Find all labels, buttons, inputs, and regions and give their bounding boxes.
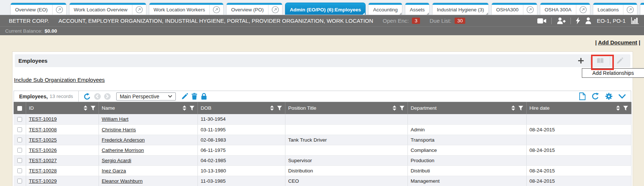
column-header[interactable]: DOB — [198, 102, 285, 114]
tab[interactable]: Locations — [593, 3, 638, 15]
column-header[interactable]: Name — [99, 102, 198, 114]
cell-position — [285, 145, 408, 155]
undo-button[interactable] — [83, 93, 91, 100]
cell-hire-date — [526, 135, 631, 145]
collapse-button[interactable] — [619, 94, 626, 99]
sort-icon[interactable] — [270, 105, 274, 111]
column-header[interactable]: Department — [408, 102, 526, 114]
tab[interactable]: Accounting — [368, 3, 402, 15]
person-icon[interactable] — [585, 17, 591, 24]
chevron-right-icon — [106, 94, 109, 98]
gear-icon — [605, 92, 613, 100]
sort-icon[interactable] — [616, 105, 620, 111]
tab-accent-strip — [227, 3, 282, 5]
filter-funnel-icon[interactable] — [90, 106, 96, 111]
include-sub-org-link[interactable]: Include Sub Organization Employees — [14, 77, 105, 83]
employee-name-link[interactable]: William Hart — [102, 116, 129, 122]
add-relationships-button[interactable] — [575, 57, 586, 64]
tab[interactable]: Overview (PO) — [226, 3, 282, 15]
column-header[interactable]: Hire date — [526, 102, 631, 114]
delete-perspective-button[interactable] — [191, 93, 198, 100]
row-checkbox[interactable] — [17, 179, 22, 183]
tab[interactable]: Work Location Workers — [149, 3, 224, 15]
cell-name: Inez Garza — [99, 165, 198, 176]
employee-name-link[interactable]: Sergio Acardi — [102, 158, 131, 163]
filter-funnel-icon[interactable] — [518, 106, 523, 111]
edit-button[interactable] — [614, 58, 625, 64]
row-select-cell — [14, 165, 26, 176]
settings-button[interactable] — [605, 92, 613, 100]
employee-id-link[interactable]: TEST-10026 — [29, 147, 57, 153]
employee-id-link[interactable]: TEST-10028 — [29, 168, 57, 174]
column-header[interactable]: Position Title — [285, 102, 408, 114]
tab-menu-fold-icon — [363, 12, 365, 15]
employee-name-link[interactable]: Frederick Anderson — [102, 137, 145, 143]
tab[interactable]: OSHA 300A — [540, 3, 590, 15]
employee-id-link[interactable]: TEST-10019 — [29, 116, 57, 122]
edit-perspective-button[interactable] — [181, 93, 188, 100]
perspective-select[interactable]: Main Perspective — [116, 92, 176, 101]
lightning-bolt-icon[interactable] — [576, 17, 580, 24]
row-checkbox[interactable] — [17, 127, 22, 132]
filter-funnel-icon[interactable] — [399, 106, 405, 111]
tab-menu-fold-icon — [427, 12, 429, 15]
panel-title: Employees — [18, 58, 47, 64]
lock-perspective-button[interactable] — [201, 93, 207, 100]
tab[interactable]: Work Location Overview — [69, 3, 146, 15]
perspective-selected-value: Main Perspective — [120, 94, 159, 99]
bar-chart-icon[interactable] — [631, 17, 639, 24]
due-list-status: Due List: 30 — [430, 18, 465, 24]
plus-icon — [577, 57, 584, 64]
cell-department: Admin — [408, 124, 526, 135]
tab[interactable]: OSHA300 — [491, 3, 537, 15]
column-header-icons — [616, 105, 628, 111]
filter-funnel-icon[interactable] — [623, 106, 628, 111]
tab-menu-fold-icon — [486, 12, 488, 15]
employee-name-link[interactable]: Christine Harris — [102, 127, 136, 132]
sort-icon[interactable] — [392, 105, 396, 111]
row-checkbox[interactable] — [17, 148, 22, 153]
tab[interactable]: Admin (EO/PO) (6):Employees — [285, 3, 366, 15]
row-checkbox[interactable] — [17, 158, 22, 163]
table-body: TEST-10019 William Hart 11-30-1954 TEST-… — [14, 114, 631, 186]
column-header[interactable]: ID — [26, 102, 99, 114]
refresh-button[interactable] — [591, 92, 599, 100]
video-camera-icon[interactable] — [537, 18, 547, 24]
divider — [570, 18, 571, 24]
org-bar-actions: EO-1, PO-1 — [537, 17, 639, 24]
tab[interactable]: Overview (EO) — [10, 3, 67, 15]
row-checkbox[interactable] — [17, 168, 22, 173]
sort-icon[interactable] — [83, 105, 88, 111]
row-checkbox[interactable] — [17, 117, 22, 122]
employee-name-link[interactable]: Eleanor Washburn — [102, 178, 143, 184]
employee-id-link[interactable]: TEST-10025 — [29, 137, 57, 143]
prev-button[interactable] — [94, 93, 101, 100]
next-button[interactable] — [104, 93, 111, 100]
row-checkbox[interactable] — [17, 138, 22, 142]
pipe-prefix: | — [595, 39, 597, 45]
filter-funnel-icon[interactable] — [189, 106, 195, 111]
cell-id: TEST-10028 — [26, 165, 99, 176]
select-all-checkbox[interactable] — [17, 106, 22, 111]
pipe-suffix: | — [639, 39, 640, 45]
add-person-icon[interactable] — [556, 17, 566, 24]
tab[interactable]: Referred Orders — [640, 3, 644, 15]
employee-id-link[interactable]: TEST-10027 — [29, 158, 57, 163]
tab-accent-strip — [149, 3, 224, 5]
cell-dob: 06-11-1975 — [198, 145, 285, 155]
cell-position: Tank Truck Driver — [285, 135, 408, 145]
employee-id-link[interactable]: TEST-10029 — [29, 178, 57, 184]
sort-icon[interactable] — [511, 105, 515, 111]
employee-id-link[interactable]: TEST-10008 — [29, 127, 57, 132]
filter-funnel-icon[interactable] — [277, 106, 282, 111]
employee-name-link[interactable]: Inez Garza — [102, 168, 126, 174]
sort-icon[interactable] — [182, 105, 186, 111]
cell-department: Compliance — [408, 145, 526, 155]
chevron-left-icon — [96, 94, 99, 98]
tab[interactable]: Assets — [405, 3, 430, 15]
employee-name-link[interactable]: Catherine Morrison — [102, 147, 144, 153]
tab[interactable]: Industrial Hygiene (3) — [432, 3, 489, 15]
add-document-link[interactable]: Add Document — [598, 39, 637, 45]
new-record-button[interactable] — [579, 92, 586, 100]
trash-icon — [191, 93, 198, 100]
